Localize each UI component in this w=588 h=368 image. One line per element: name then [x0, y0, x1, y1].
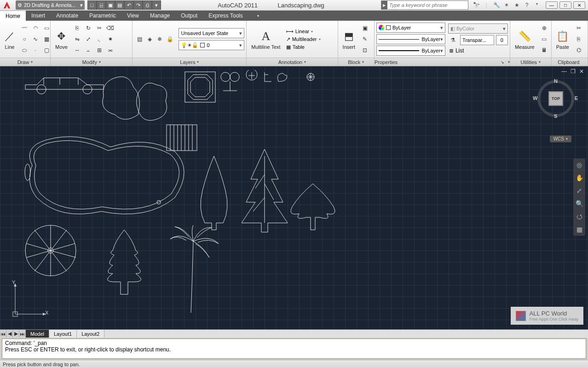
panel-title-properties[interactable]: Properties↘ — [375, 58, 510, 66]
edit-block-icon[interactable]: ✎ — [360, 34, 370, 44]
region-icon[interactable]: ▢ — [41, 45, 52, 55]
tab-insert[interactable]: Insert — [26, 11, 51, 21]
rotate-icon[interactable]: ↻ — [83, 23, 93, 33]
ellipse-icon[interactable]: ⬭ — [19, 45, 29, 55]
zoom-extents-icon[interactable]: ⤢ — [576, 187, 582, 194]
layout-tab-1[interactable]: Layout1 — [49, 330, 77, 338]
infocenter-search[interactable]: ▸ — [381, 0, 468, 10]
layout-tab-model[interactable]: Model — [26, 330, 49, 338]
transparency-combo[interactable]: Transpar... — [460, 35, 494, 45]
copy-clip-icon[interactable]: ⎘ — [574, 34, 584, 44]
multiline-text-button[interactable]: A Multiline Text — [248, 23, 283, 56]
redo-button[interactable]: ↷ — [133, 0, 143, 10]
selectall-icon[interactable]: ▭ — [539, 34, 549, 44]
application-menu-button[interactable] — [0, 0, 14, 11]
open-button[interactable]: ⌸ — [97, 0, 106, 10]
workspace-selector[interactable]: ⚙ 2D Drafting & Annota... ▾ — [16, 0, 85, 10]
hatch-icon[interactable]: ▦ — [41, 34, 52, 44]
tab-output[interactable]: Output — [175, 11, 203, 21]
exchange-icon[interactable]: ✶ — [502, 2, 511, 8]
panel-title-annotation[interactable]: Annotation — [247, 58, 337, 66]
tab-nav-first[interactable]: ⏮ — [0, 330, 6, 338]
copy-icon[interactable]: ⎘ — [72, 23, 82, 33]
drawing-canvas[interactable]: — ❐ ✕ TOP N — [0, 66, 588, 329]
favorite-icon[interactable]: ★ — [513, 2, 521, 8]
layer-properties-icon[interactable]: ▤ — [134, 34, 144, 44]
point-icon[interactable]: ∙ — [30, 45, 40, 55]
panel-title-layers[interactable]: Layers — [133, 58, 246, 66]
new-button[interactable]: □ — [87, 0, 97, 10]
lineweight-combo[interactable]: ByLayer▾ — [376, 34, 445, 44]
trim-icon[interactable]: ✂ — [94, 23, 104, 33]
linear-dim-button[interactable]: ⟼Linear▾ — [285, 28, 322, 35]
viewcube-w[interactable]: W — [533, 95, 537, 101]
mirror-icon[interactable]: ⇋ — [72, 34, 82, 44]
table-button[interactable]: ▦Table — [285, 44, 322, 51]
viewcube-e[interactable]: E — [575, 95, 578, 101]
rectangle-icon[interactable]: ▭ — [41, 23, 52, 33]
zoom-icon[interactable]: 🔍 — [576, 200, 583, 207]
bycolor-combo[interactable]: ◧ ByColor▾ — [448, 23, 508, 34]
linetype-combo[interactable]: ByLayer▾ — [376, 46, 445, 56]
tab-manage[interactable]: Manage — [144, 11, 175, 21]
line-button[interactable]: ／ Line — [2, 23, 17, 56]
viewcube-face[interactable]: TOP — [548, 91, 563, 106]
tab-home[interactable]: Home — [0, 11, 26, 21]
array-icon[interactable]: ⊞ — [94, 45, 104, 55]
saveas-button[interactable]: ▤ — [115, 0, 124, 10]
circle-icon[interactable]: ○ — [19, 34, 29, 44]
stretch-icon[interactable]: ↔ — [72, 45, 82, 55]
viewcube[interactable]: TOP N S W E — [537, 80, 574, 117]
block-attr-icon[interactable]: ⊡ — [360, 45, 370, 55]
showmotion-icon[interactable]: ▦ — [576, 226, 582, 233]
move-button[interactable]: ✥ Move — [52, 23, 70, 56]
tab-express-tools[interactable]: Express Tools — [203, 11, 248, 21]
layer-state-combo[interactable]: Unsaved Layer State▾ — [179, 28, 244, 38]
match-clip-icon[interactable]: ⌬ — [574, 45, 584, 55]
multileader-button[interactable]: ↗Multileader▾ — [285, 36, 322, 43]
wcs-indicator[interactable]: WCS▾ — [550, 135, 571, 142]
list-button[interactable]: ≣List — [448, 47, 508, 55]
save-button[interactable]: ▣ — [106, 0, 115, 10]
layer-combo[interactable]: 💡 ☀ 🔓 0 ▾ — [179, 40, 244, 50]
create-block-icon[interactable]: ▣ — [360, 23, 370, 33]
orbit-icon[interactable]: ⭯ — [576, 213, 582, 220]
undo-button[interactable]: ↶ — [124, 0, 133, 10]
key-icon[interactable]: 🔧 — [492, 2, 501, 8]
panel-title-draw[interactable]: Draw — [0, 58, 50, 66]
minimize-button[interactable]: — — [546, 1, 558, 9]
quickselect-icon[interactable]: ⊕ — [539, 23, 549, 33]
tab-nav-next[interactable]: ▶ — [13, 330, 19, 338]
calc-icon[interactable]: 🖩 — [539, 45, 549, 55]
explode-icon[interactable]: ✷ — [105, 34, 115, 44]
layout-tab-2[interactable]: Layout2 — [77, 330, 104, 338]
viewcube-s[interactable]: S — [554, 113, 557, 119]
panel-title-block[interactable]: Block — [338, 58, 374, 66]
join-icon[interactable]: ⫘ — [105, 45, 115, 55]
arc-icon[interactable]: ◠ — [30, 23, 40, 33]
layer-freeze-icon[interactable]: ❄ — [155, 34, 165, 44]
cut-icon[interactable]: ✂ — [574, 23, 584, 33]
binoculars-icon[interactable]: 🔭 — [472, 2, 480, 8]
paste-button[interactable]: 📋 Paste — [553, 23, 572, 56]
tab-parametric[interactable]: Parametric — [84, 11, 121, 21]
erase-icon[interactable]: ⌫ — [105, 23, 115, 33]
tab-view[interactable]: View — [121, 11, 144, 21]
match-prop-icon[interactable]: ⚗ — [448, 35, 458, 45]
tab-extra[interactable] — [248, 11, 265, 21]
layer-lock-icon[interactable]: 🔒 — [165, 34, 175, 44]
offset-icon[interactable]: ⫠ — [83, 45, 93, 55]
print-button[interactable]: ⎙ — [143, 0, 152, 10]
tab-nav-prev[interactable]: ◀ — [6, 330, 13, 338]
close-button[interactable]: ✕ — [573, 1, 585, 9]
scale-icon[interactable]: ⤢ — [83, 34, 93, 44]
panel-title-utilities[interactable]: Utilities — [510, 58, 551, 66]
polyline-icon[interactable]: 〰 — [19, 23, 29, 33]
viewcube-n[interactable]: N — [554, 78, 558, 84]
color-combo[interactable]: ByLayer▾ — [376, 23, 445, 33]
qat-more-button[interactable]: ▾ — [152, 0, 161, 10]
command-line[interactable]: Command: '_pan Press ESC or ENTER to exi… — [2, 339, 586, 359]
layer-iso-icon[interactable]: ◈ — [144, 34, 155, 44]
help-icon[interactable]: ? — [523, 2, 531, 8]
tab-annotate[interactable]: Annotate — [51, 11, 84, 21]
